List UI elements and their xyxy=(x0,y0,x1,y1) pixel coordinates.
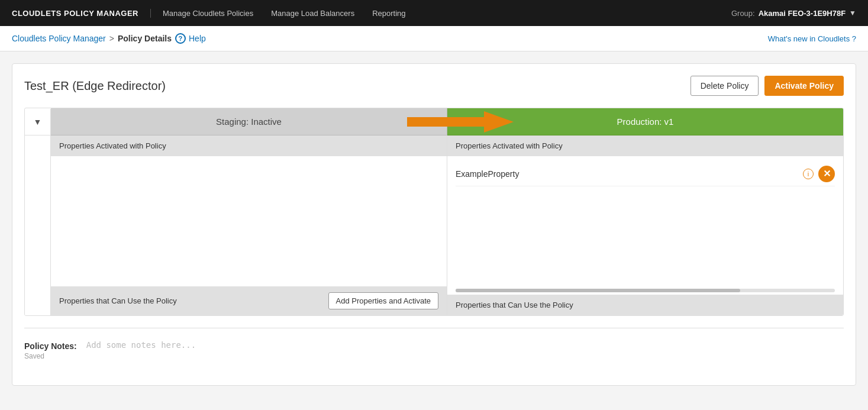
env-left-spacer xyxy=(25,135,51,315)
group-label: Group: xyxy=(731,9,755,18)
production-activated-label: Properties Activated with Policy xyxy=(456,141,563,150)
policy-actions: Delete Policy Activate Policy xyxy=(690,76,844,96)
breadcrumb-separator: > xyxy=(109,34,114,43)
delete-policy-button[interactable]: Delete Policy xyxy=(690,76,759,96)
staging-activated-label: Properties Activated with Policy xyxy=(59,141,166,150)
activate-policy-button[interactable]: Activate Policy xyxy=(764,76,844,96)
group-selector[interactable]: Group: Akamai FEO-3-1E9H78F ▼ xyxy=(731,9,856,18)
scroll-indicator xyxy=(456,289,835,292)
production-properties-area: ExampleProperty i ✕ xyxy=(447,156,843,286)
help-circle-icon: ? xyxy=(175,33,186,44)
group-dropdown-icon[interactable]: ▼ xyxy=(849,9,856,17)
scroll-indicator-bar xyxy=(456,289,740,292)
group-value: Akamai FEO-3-1E9H78F xyxy=(759,9,846,18)
policy-header: Test_ER (Edge Redirector) Delete Policy … xyxy=(24,76,844,96)
breadcrumb-parent[interactable]: Cloudlets Policy Manager xyxy=(12,34,106,43)
production-can-use-label: Properties that Can Use the Policy xyxy=(456,301,573,309)
production-header: Production: v1 xyxy=(447,108,843,135)
staging-properties-area xyxy=(51,156,447,286)
env-header-row: ▼ Staging: Inactive Production: v1 xyxy=(25,108,843,135)
breadcrumb-current: Policy Details xyxy=(118,34,172,43)
env-collapse-toggle[interactable]: ▼ xyxy=(25,109,51,135)
policy-notes-textarea[interactable] xyxy=(86,338,844,373)
environments-container: ▼ Staging: Inactive Production: v1 xyxy=(24,108,844,316)
production-activated-header: Properties Activated with Policy xyxy=(447,135,843,156)
staging-can-use-header: Properties that Can Use the Policy Add P… xyxy=(51,286,447,315)
top-nav: CLOUDLETS POLICY MANAGER Manage Cloudlet… xyxy=(0,0,868,26)
policy-card: Test_ER (Edge Redirector) Delete Policy … xyxy=(12,63,856,386)
nav-manage-policies[interactable]: Manage Cloudlets Policies xyxy=(163,9,253,18)
staging-activated-header: Properties Activated with Policy xyxy=(51,135,447,156)
breadcrumb-bar: Cloudlets Policy Manager > Policy Detail… xyxy=(0,26,868,51)
nav-reporting[interactable]: Reporting xyxy=(372,9,405,18)
help-link[interactable]: ? Help xyxy=(175,33,206,44)
env-body-row: Properties Activated with Policy Propert… xyxy=(25,135,843,315)
staging-body: Properties Activated with Policy Propert… xyxy=(51,135,447,315)
breadcrumb: Cloudlets Policy Manager > Policy Detail… xyxy=(12,33,206,44)
policy-notes-section: Policy Notes: Saved xyxy=(24,328,844,373)
policy-notes-saved: Saved xyxy=(24,352,44,360)
staging-can-use-label: Properties that Can Use the Policy xyxy=(59,296,177,305)
production-body: Properties Activated with Policy Example… xyxy=(447,135,843,315)
help-label: Help xyxy=(189,34,206,43)
nav-manage-load-balancers[interactable]: Manage Load Balancers xyxy=(271,9,354,18)
policy-notes-label: Policy Notes: xyxy=(24,338,77,351)
production-can-use-header: Properties that Can Use the Policy xyxy=(447,295,843,315)
policy-notes-left: Policy Notes: Saved xyxy=(24,338,77,360)
main-content: Test_ER (Edge Redirector) Delete Policy … xyxy=(0,51,868,398)
add-properties-activate-button[interactable]: Add Properties and Activate xyxy=(328,292,438,309)
brand-title: CLOUDLETS POLICY MANAGER xyxy=(12,9,151,18)
remove-property-button[interactable]: ✕ xyxy=(818,166,835,182)
whats-new-link[interactable]: What's new in Cloudlets ? xyxy=(768,34,856,43)
chevron-down-icon: ▼ xyxy=(34,117,42,127)
info-icon[interactable]: i xyxy=(803,169,814,179)
table-row: ExampleProperty i ✕ xyxy=(456,162,835,186)
policy-title: Test_ER (Edge Redirector) xyxy=(24,79,166,93)
property-name: ExampleProperty xyxy=(456,169,519,179)
staging-header: Staging: Inactive xyxy=(51,108,447,135)
nav-links: Manage Cloudlets Policies Manage Load Ba… xyxy=(163,9,731,18)
property-actions: i ✕ xyxy=(803,166,835,182)
